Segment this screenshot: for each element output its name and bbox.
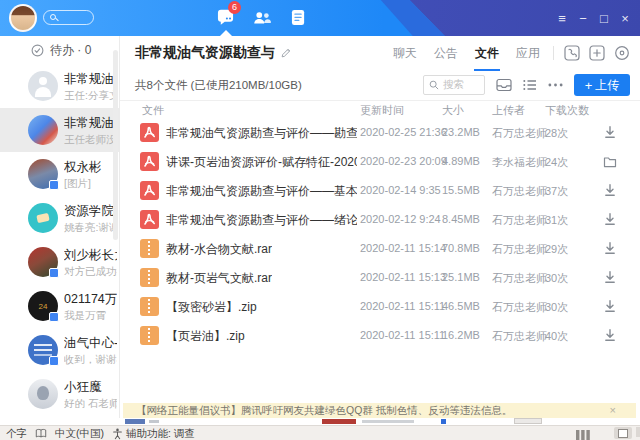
file-row[interactable]: 非常规油气资源勘查与评价——基本地质特征.pdf 2020-02-14 9:35… [120,176,640,205]
file-row[interactable]: 讲课-页岩油资源评价-赋存特征-2020-02-22.pdf 2020-02-2… [120,147,640,176]
file-action[interactable] [603,241,618,256]
download-icon [603,328,617,342]
file-type-icon [140,268,159,287]
file-uploader: 李水福老师 [492,155,547,170]
notice-bar: 【网络正能量倡议书】腾讯呼吁网友共建绿色QQ群 抵制色情、反动等违法信息。 × [123,403,636,418]
language-indicator[interactable]: 中文(中国) [55,427,104,440]
file-uploader: 石万忠老师 [492,300,547,315]
todo-row[interactable]: 待办 · 0 [0,36,119,64]
file-row[interactable]: 非常规油气资源勘查与评价——勘查方法与技术.pdf 2020-02-25 21:… [120,118,640,147]
file-size: 16.2MB [442,329,480,341]
tab-announcements[interactable]: 公告 [434,45,458,62]
chat-list-item[interactable]: 资源学院大家庭 姚春亮:谢谢杨老师, [0,196,119,240]
column-file: 文件 [142,103,164,118]
chat-list-item[interactable]: 小狂魔 好的 石老师 非常感 [0,372,119,416]
chat-name: 小狂魔 [64,379,117,396]
background-fragment [362,420,414,423]
read-mode-view-icon[interactable] [576,427,590,440]
file-action[interactable] [603,299,618,314]
file-uploader: 石万忠老师 [492,329,547,344]
list-view-icon[interactable] [523,79,537,91]
docs-tab-icon[interactable] [291,9,306,30]
file-action[interactable] [603,183,618,198]
group-tabs: 聊天公告文件应用 [393,45,540,62]
file-action[interactable] [603,328,618,343]
chat-name: 021174万霄 [64,291,117,308]
file-row[interactable]: 教材-页岩气文献.rar 2020-02-11 15:13 25.1MB 石万忠… [120,263,640,292]
sidebar-scrollbar[interactable] [113,50,118,240]
chat-preview: 王任:分享文件"非常 [64,88,117,102]
global-search-input[interactable] [43,10,94,25]
search-icon [50,14,56,20]
accessibility-status[interactable]: 辅助功能: 调查 [112,427,195,440]
file-downloads: 31次 [545,213,568,228]
file-action[interactable] [603,154,618,169]
titlebar: 6 ≡ − □ × [0,0,640,36]
file-downloads: 28次 [545,126,568,141]
proofing-icon[interactable] [35,428,47,439]
file-row[interactable]: 教材-水合物文献.rar 2020-02-11 15:14 70.8MB 石万忠… [120,234,640,263]
download-icon [603,299,617,313]
chat-name: 非常规油气资源 [64,71,117,88]
menu-icon[interactable]: ≡ [555,11,569,26]
chat-list-item[interactable]: 非常规油气资源 王任老师没有补充 [0,108,119,152]
word-count[interactable]: 个字 [6,427,27,440]
file-downloads: 24次 [545,155,568,170]
plus-icon: + [585,79,593,92]
user-avatar[interactable] [9,4,37,32]
window-controls: ≡ − □ × [555,0,632,36]
settings-icon[interactable] [614,45,630,61]
chat-preview: 姚春亮:谢谢杨老师, [64,220,117,234]
chat-name: 油气中心-陈相 [64,335,117,352]
call-icon[interactable] [564,45,580,61]
chat-avatar [28,379,58,409]
file-received-badge [49,312,59,322]
chat-list-item[interactable]: 刘少彬长大 对方已成功接收了您 [0,240,119,284]
chat-preview: 王任老师没有补充 [64,132,117,146]
file-uploader: 石万忠老师 [492,213,547,228]
upload-button[interactable]: + 上传 [574,74,630,96]
group-title: 非常规油气资源勘查与 [135,44,275,62]
storage-summary: 共8个文件 (已使用210MB/10GB) [135,78,302,93]
file-action[interactable] [603,125,618,140]
download-icon [603,241,617,255]
saved-files-icon[interactable] [496,78,512,92]
more-icon[interactable] [548,83,563,87]
chat-list-item[interactable]: 权永彬 [图片] [0,152,119,196]
edit-title-icon[interactable] [280,47,292,59]
file-search-input[interactable]: 搜索 [423,75,485,95]
background-fragment [149,420,159,423]
chat-list-item[interactable]: 24 021174万霄 我是万霄 [0,284,119,328]
avatar-text: 24 [39,302,48,311]
tab-files[interactable]: 文件 [475,45,499,62]
chat-name: 权永彬 [64,159,117,176]
create-group-icon[interactable] [589,45,605,61]
tab-chat[interactable]: 聊天 [393,45,417,62]
contacts-tab-icon[interactable] [252,10,272,30]
file-action[interactable] [603,212,618,227]
chat-name: 资源学院大家庭 [64,203,117,220]
file-table-body: 非常规油气资源勘查与评价——勘查方法与技术.pdf 2020-02-25 21:… [120,118,640,350]
file-time: 2020-02-12 9:24 [360,213,441,225]
file-row[interactable]: 非常规油气资源勘查与评价——绪论.pdf 2020-02-12 9:24 8.4… [120,205,640,234]
unread-count-badge: 6 [228,1,241,14]
file-time: 2020-02-11 15:13 [360,271,446,283]
file-type-icon [140,181,159,200]
web-layout-view-icon[interactable] [636,427,640,437]
file-row[interactable]: 【致密砂岩】.zip 2020-02-11 15:11 46.5MB 石万忠老师… [120,292,640,321]
file-name: 讲课-页岩油资源评价-赋存特征-2020-02-22.pdf [166,154,357,171]
notice-close-icon[interactable]: × [610,403,616,418]
file-action[interactable] [603,270,618,285]
tab-apps[interactable]: 应用 [516,45,540,62]
header-divider [553,46,554,60]
chat-list-item[interactable]: 油气中心-陈相 收到，谢谢石老师 [0,328,119,372]
maximize-icon[interactable]: □ [597,11,611,26]
print-layout-view-icon[interactable] [614,427,632,439]
close-icon[interactable]: × [618,11,632,26]
file-row[interactable]: 【页岩油】.zip 2020-02-11 15:11 16.2MB 石万忠老师 … [120,321,640,350]
minimize-icon[interactable]: − [576,11,590,26]
chat-preview: 收到，谢谢石老师 [64,352,117,366]
file-uploader: 石万忠老师 [492,242,547,257]
chat-name: 非常规油气资源 [64,115,117,132]
chat-list-item[interactable]: 非常规油气资源 王任:分享文件"非常 [0,64,119,108]
